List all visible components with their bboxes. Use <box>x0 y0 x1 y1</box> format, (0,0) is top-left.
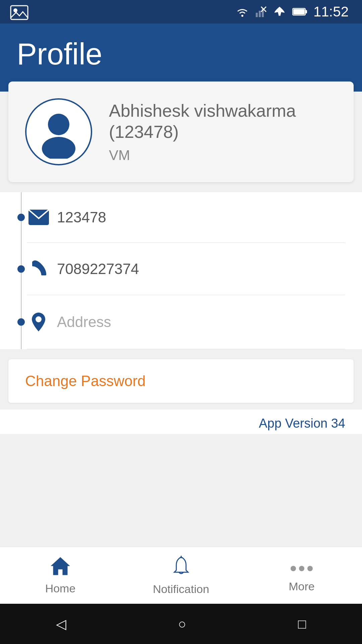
android-back-button[interactable]: ◁ <box>56 616 66 632</box>
avatar <box>25 98 92 165</box>
profile-role: VM <box>109 147 337 163</box>
phone-icon <box>27 260 50 278</box>
bottom-nav: Home Notification More <box>0 547 362 604</box>
status-bar: 11:52 <box>0 0 362 23</box>
airplane-icon <box>273 6 286 18</box>
change-password-label[interactable]: Change Password <box>25 373 146 389</box>
avatar-image <box>32 105 85 159</box>
detail-section: 123478 7089227374 Address <box>0 192 362 349</box>
nav-home-label: Home <box>45 582 76 595</box>
change-password-card[interactable]: Change Password <box>8 359 354 403</box>
svg-point-11 <box>48 114 69 135</box>
battery-icon <box>292 7 307 16</box>
svg-rect-10 <box>293 9 305 14</box>
svg-point-14 <box>36 316 42 322</box>
phone-detail-item: 7089227374 <box>27 243 345 295</box>
address-detail-item: Address <box>27 295 345 349</box>
android-nav-bar: ◁ ○ □ <box>0 604 362 644</box>
email-detail-item: 123478 <box>27 192 345 243</box>
svg-point-18 <box>307 566 313 571</box>
svg-rect-3 <box>256 13 258 17</box>
svg-point-1 <box>13 8 17 12</box>
email-value: 123478 <box>57 209 106 226</box>
more-icon <box>288 558 315 577</box>
timeline-dot-email <box>17 214 25 221</box>
page-title: Profile <box>17 37 345 71</box>
android-recent-button[interactable]: □ <box>298 616 306 632</box>
phone-value: 7089227374 <box>57 261 139 277</box>
svg-rect-4 <box>259 11 261 17</box>
svg-rect-9 <box>305 10 307 13</box>
location-icon <box>27 312 50 332</box>
address-value: Address <box>57 314 111 330</box>
home-icon <box>50 556 70 579</box>
timeline-dot-phone <box>17 265 25 273</box>
signal-icon <box>255 6 267 18</box>
svg-point-16 <box>291 566 296 571</box>
svg-rect-0 <box>11 6 28 19</box>
android-home-button[interactable]: ○ <box>178 616 186 632</box>
svg-point-12 <box>42 137 75 159</box>
svg-point-2 <box>241 15 243 17</box>
mail-icon <box>27 209 50 226</box>
nav-notification[interactable]: Notification <box>121 555 241 596</box>
timeline-dot-address <box>17 318 25 326</box>
status-time: 11:52 <box>313 4 349 20</box>
avatar-container <box>25 98 92 165</box>
notification-icon <box>172 555 190 579</box>
profile-info: Abhishesk vishwakarma (123478) VM <box>109 100 337 163</box>
app-version: App Version 34 <box>0 410 362 434</box>
nav-more[interactable]: More <box>241 558 362 593</box>
profile-name: Abhishesk vishwakarma (123478) <box>109 100 337 142</box>
svg-point-17 <box>299 566 304 571</box>
nav-more-label: More <box>289 580 314 593</box>
profile-card: Abhishesk vishwakarma (123478) VM <box>8 82 354 182</box>
nav-notification-label: Notification <box>153 583 209 596</box>
status-icons: 11:52 <box>236 4 349 20</box>
nav-home[interactable]: Home <box>0 556 121 595</box>
image-status-icon <box>10 5 28 20</box>
wifi-icon <box>236 6 249 18</box>
